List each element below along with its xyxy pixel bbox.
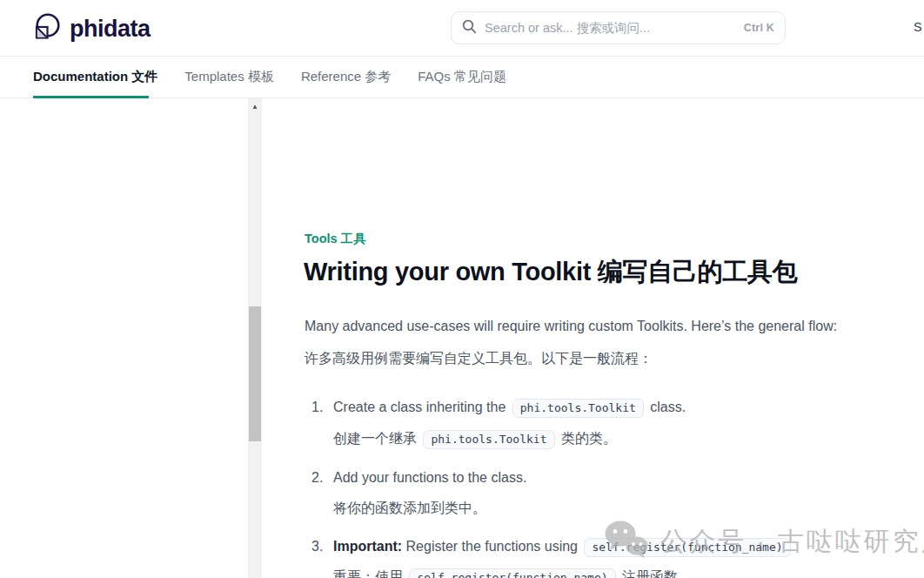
- page: phidata Search or ask... 搜索或询问... Ctrl K…: [0, 0, 924, 578]
- sidebar-scrollbar[interactable]: ▲: [248, 98, 262, 578]
- step-1-number: 1.: [311, 400, 333, 415]
- nav-tabs: Documentation 文件 Templates 模板 Reference …: [0, 57, 924, 98]
- step-1-line-zh: 创建一个继承 phi.tools.Toolkit 类的类。: [333, 430, 617, 448]
- inline-code: self.register(function_name): [409, 568, 615, 578]
- logo[interactable]: phidata: [32, 12, 151, 45]
- page-title: Writing your own Toolkit 编写自己的工具包: [304, 255, 797, 290]
- inline-code: phi.tools.Toolkit: [512, 399, 644, 418]
- scrollbar-thumb[interactable]: [249, 306, 261, 441]
- step-3-line-en: 3.Important: Register the functions usin…: [311, 539, 793, 554]
- search-shortcut: Ctrl K: [744, 22, 774, 34]
- step-3-number: 3.: [311, 539, 333, 554]
- step-2-line-en: 2.Add your functions to the class.: [311, 470, 526, 486]
- scrollbar-up-arrow-icon[interactable]: ▲: [248, 98, 262, 114]
- step-3-line-zh: 重要：使用 self.register(function_name) 注册函数: [333, 568, 678, 578]
- intro-paragraph-en: Many advanced use-cases will require wri…: [305, 319, 837, 334]
- phidata-logo-icon: [32, 12, 63, 45]
- step-2-line-zh: 将你的函数添加到类中。: [333, 500, 486, 518]
- main-content: Tools 工具 Writing your own Toolkit 编写自己的工…: [0, 98, 924, 578]
- header-right-partial-link[interactable]: S: [914, 20, 922, 34]
- step-1-line-en: 1.Create a class inheriting the phi.tool…: [311, 400, 686, 415]
- active-tab-underline: [33, 96, 149, 98]
- intro-paragraph-zh: 许多高级用例需要编写自定义工具包。以下是一般流程：: [305, 350, 653, 368]
- logo-wordmark: phidata: [70, 16, 151, 43]
- tab-faqs[interactable]: FAQs 常见问题: [418, 69, 506, 85]
- search-icon: [462, 19, 477, 37]
- search-placeholder: Search or ask... 搜索或询问...: [485, 20, 744, 37]
- step-2-number: 2.: [311, 470, 333, 486]
- tab-reference[interactable]: Reference 参考: [301, 69, 391, 85]
- breadcrumb-category[interactable]: Tools 工具: [305, 231, 366, 247]
- inline-code: phi.tools.Toolkit: [423, 430, 554, 449]
- search-bar[interactable]: Search or ask... 搜索或询问... Ctrl K: [451, 11, 786, 44]
- inline-code: self.register(function_name): [584, 538, 790, 557]
- header: phidata Search or ask... 搜索或询问... Ctrl K…: [0, 0, 924, 57]
- tab-templates[interactable]: Templates 模板: [184, 69, 274, 85]
- tab-documentation[interactable]: Documentation 文件: [33, 69, 157, 85]
